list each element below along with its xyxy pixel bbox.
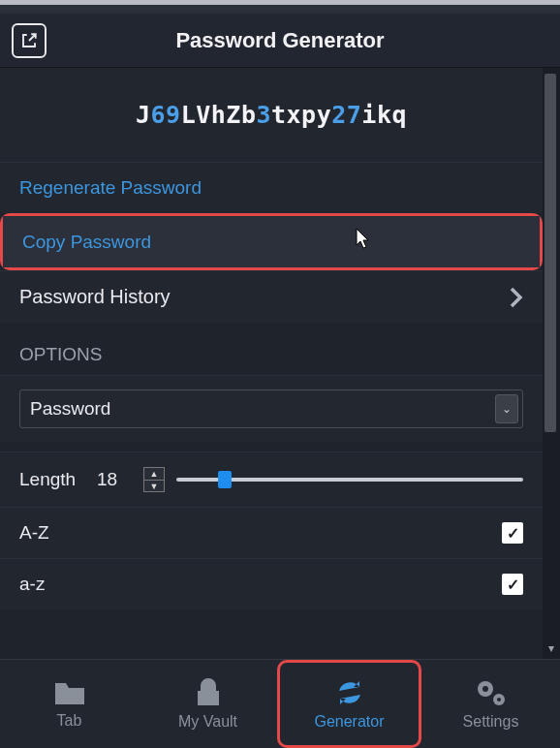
popout-icon <box>20 32 38 49</box>
stepper-up-icon: ▲ <box>144 468 164 481</box>
stepper-down-icon: ▼ <box>144 481 164 492</box>
uppercase-row[interactable]: A-Z ✓ <box>0 507 543 558</box>
nav-settings-label: Settings <box>463 713 519 731</box>
scroll-down-icon[interactable]: ▾ <box>544 641 558 655</box>
refresh-icon <box>334 678 365 707</box>
length-row: Length 18 ▲ ▼ <box>0 452 543 507</box>
password-history-button[interactable]: Password History <box>0 270 543 323</box>
password-type-select[interactable]: Password ⌄ <box>19 390 523 428</box>
content-scroll[interactable]: J69LVhZb3txpy27ikq Regenerate Password C… <box>0 68 543 659</box>
chevron-right-icon <box>510 287 523 308</box>
uppercase-checkbox[interactable]: ✓ <box>502 522 523 544</box>
nav-vault-label: My Vault <box>178 713 237 731</box>
nav-tab-label: Tab <box>57 712 82 730</box>
popout-button[interactable] <box>12 23 47 58</box>
nav-tab[interactable]: Tab <box>0 660 139 748</box>
nav-settings[interactable]: Settings <box>421 660 560 748</box>
bottom-nav: Tab My Vault Generator Settings <box>0 659 560 748</box>
nav-my-vault[interactable]: My Vault <box>139 660 277 748</box>
nav-generator[interactable]: Generator <box>277 660 421 748</box>
svg-point-1 <box>482 686 488 692</box>
slider-thumb[interactable] <box>218 471 232 488</box>
svg-point-3 <box>497 698 501 701</box>
options-heading: OPTIONS <box>0 323 543 375</box>
length-label: Length <box>19 469 97 490</box>
page-title: Password Generator <box>47 28 513 53</box>
password-history-label: Password History <box>19 286 171 308</box>
scrollbar-thumb[interactable] <box>544 74 556 432</box>
uppercase-label: A-Z <box>19 522 49 544</box>
lowercase-label: a-z <box>19 574 45 595</box>
copy-password-highlight: Copy Password <box>0 213 543 270</box>
lock-icon <box>196 678 221 707</box>
chevron-down-icon: ⌄ <box>495 394 518 423</box>
window-titlebar-stub <box>0 0 560 14</box>
header: Password Generator <box>0 14 560 68</box>
password-type-value: Password <box>30 398 110 420</box>
lowercase-checkbox[interactable]: ✓ <box>502 574 523 595</box>
password-type-row: Password ⌄ <box>0 375 543 442</box>
gears-icon <box>475 678 508 707</box>
length-value: 18 <box>97 469 143 490</box>
generated-password: J69LVhZb3txpy27ikq <box>0 68 543 162</box>
length-stepper[interactable]: ▲ ▼ <box>143 467 165 492</box>
length-slider[interactable] <box>176 478 523 482</box>
lowercase-row[interactable]: a-z ✓ <box>0 558 543 609</box>
nav-generator-label: Generator <box>314 713 384 731</box>
copy-password-button[interactable]: Copy Password <box>3 216 540 267</box>
folder-icon <box>53 679 86 706</box>
regenerate-password-button[interactable]: Regenerate Password <box>0 162 543 213</box>
